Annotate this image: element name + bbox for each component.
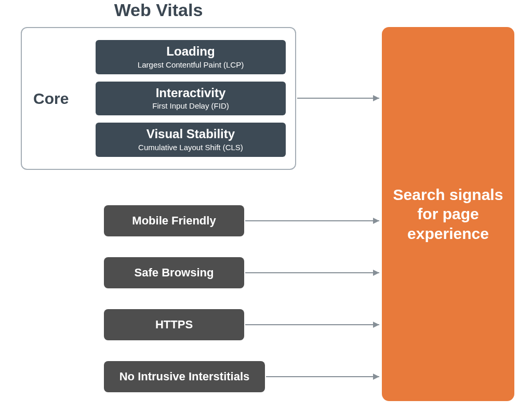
signal-label: HTTPS (155, 318, 193, 331)
target-search-signals-box: Search signals for page experience (382, 27, 514, 401)
metric-subtitle: Cumulative Layout Shift (CLS) (102, 143, 280, 152)
core-metrics-stack: Loading Largest Contentful Paint (LCP) I… (96, 40, 286, 157)
target-label: Search signals for page experience (392, 185, 504, 244)
metric-title: Interactivity (102, 86, 280, 101)
metric-interactivity: Interactivity First Input Delay (FID) (96, 82, 286, 116)
signal-safe-browsing: Safe Browsing (104, 257, 244, 288)
metric-subtitle: First Input Delay (FID) (102, 101, 280, 110)
signal-https: HTTPS (104, 309, 244, 340)
signal-no-intrusive-interstitials: No Intrusive Interstitials (104, 361, 265, 392)
metric-title: Visual Stability (102, 127, 280, 142)
metric-subtitle: Largest Contentful Paint (LCP) (102, 60, 280, 69)
signal-label: Safe Browsing (135, 266, 214, 280)
web-vitals-headline: Web Vitals (21, 0, 296, 20)
core-web-vitals-box: Core Loading Largest Contentful Paint (L… (21, 27, 296, 170)
signal-mobile-friendly: Mobile Friendly (104, 205, 244, 236)
metric-loading: Loading Largest Contentful Paint (LCP) (96, 40, 286, 74)
metric-title: Loading (102, 44, 280, 59)
metric-visual-stability: Visual Stability Cumulative Layout Shift… (96, 123, 286, 157)
core-label: Core (33, 90, 96, 108)
signal-label: No Intrusive Interstitials (119, 370, 250, 383)
signal-label: Mobile Friendly (132, 214, 216, 228)
diagram-canvas: Web Vitals Core Loading Largest Contentf… (0, 0, 532, 412)
